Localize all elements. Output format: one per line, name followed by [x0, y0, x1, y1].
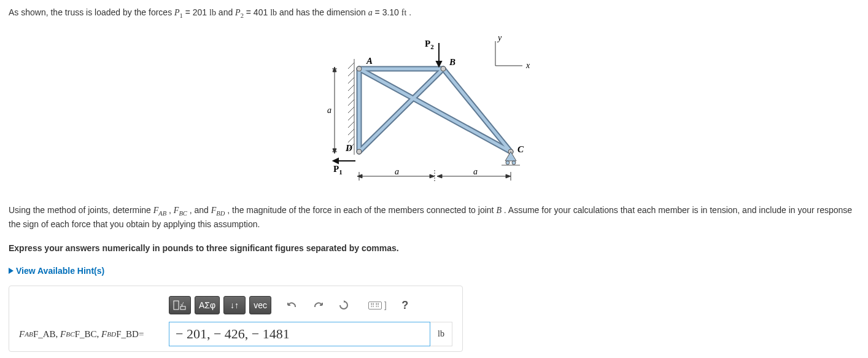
question-body: Using the method of joints, determine FA…	[9, 204, 859, 232]
view-hints-toggle[interactable]: View Available Hint(s)	[9, 266, 859, 276]
undo-button[interactable]	[281, 296, 303, 314]
redo-button[interactable]	[307, 296, 329, 314]
text: and has the dimension	[279, 7, 368, 17]
answer-input[interactable]: − 201, − 426, − 1481	[169, 322, 430, 346]
keyboard-button[interactable]: ⠿⠿ ]	[365, 296, 390, 314]
text: , and	[190, 205, 211, 215]
reset-button[interactable]	[333, 296, 355, 314]
svg-line-12	[348, 129, 354, 135]
svg-point-26	[441, 66, 446, 71]
svg-line-24	[443, 69, 511, 152]
label-c: C	[517, 144, 524, 154]
hints-label: View Available Hint(s)	[16, 266, 104, 276]
answer-region: √ ΑΣφ ↓↑ vec ⠿⠿ ] ? FABF_AB, F_AB, FBCF_…	[9, 286, 463, 352]
keyboard-icon: ⠿⠿	[368, 302, 382, 309]
svg-marker-34	[436, 61, 441, 66]
text: = 3.10	[375, 7, 401, 17]
label-d: D	[345, 143, 352, 153]
svg-marker-36	[333, 158, 338, 163]
sub-ab: AB	[158, 209, 166, 216]
svg-line-13	[348, 136, 354, 142]
svg-marker-47	[437, 174, 442, 178]
text: As shown, the truss is loaded by the for…	[9, 7, 174, 17]
var-p2: P	[235, 8, 241, 17]
svg-line-8	[348, 99, 354, 106]
svg-point-27	[357, 149, 362, 154]
label-p2: P2	[425, 39, 434, 50]
unit-ft: ft	[401, 8, 407, 17]
svg-line-7	[348, 92, 354, 98]
text: ,	[169, 205, 174, 215]
svg-point-30	[506, 161, 510, 165]
svg-point-31	[512, 161, 516, 165]
svg-marker-48	[506, 174, 511, 178]
instruction-bold: Express your answers numerically in poun…	[9, 242, 859, 255]
var-p1: P	[174, 8, 180, 17]
sub-bc: BC	[179, 209, 187, 216]
figure-container: y x	[9, 32, 859, 185]
label-p1: P1	[333, 164, 343, 176]
axis-x-label: x	[525, 61, 530, 70]
text: = 201	[185, 7, 209, 17]
var-a: a	[368, 8, 373, 17]
chevron-right-icon	[9, 268, 14, 274]
dim-a-v: a	[327, 106, 331, 115]
unit-lb: lb	[270, 8, 277, 17]
greek-button[interactable]: ΑΣφ	[195, 296, 220, 314]
reset-icon	[339, 300, 349, 310]
svg-line-10	[348, 114, 354, 120]
redo-icon	[312, 301, 324, 309]
var-b: B	[496, 206, 502, 215]
svg-rect-51	[174, 301, 179, 309]
text: .	[409, 7, 411, 17]
svg-marker-29	[505, 152, 516, 161]
text: Using the method of joints, determine	[9, 205, 153, 215]
help-button[interactable]: ?	[394, 296, 416, 314]
sort-button[interactable]: ↓↑	[223, 296, 246, 314]
dim-a-h2: a	[473, 167, 478, 176]
svg-line-22	[359, 69, 511, 152]
svg-line-6	[348, 85, 354, 91]
text: and	[219, 7, 235, 17]
svg-marker-38	[333, 67, 336, 72]
svg-marker-39	[333, 149, 336, 154]
template-icon: √	[173, 300, 187, 310]
svg-line-4	[348, 70, 354, 76]
sub-1: 1	[180, 12, 183, 19]
axis-y-label: y	[497, 33, 502, 42]
svg-line-11	[348, 122, 354, 128]
sub-bd: BD	[216, 209, 225, 216]
svg-line-9	[348, 107, 354, 113]
eq-toolbar: √ ΑΣφ ↓↑ vec ⠿⠿ ] ?	[169, 296, 452, 314]
vec-button[interactable]: vec	[249, 296, 271, 314]
svg-line-5	[348, 77, 354, 84]
templates-button[interactable]: √	[169, 296, 191, 314]
svg-line-3	[348, 63, 354, 69]
svg-point-25	[357, 66, 362, 71]
undo-icon	[287, 301, 298, 309]
svg-marker-43	[357, 174, 362, 178]
truss-figure: y x	[324, 32, 544, 185]
text: = 401	[246, 7, 270, 17]
text: , the magnitude of the force in each of …	[227, 205, 496, 215]
label-b: B	[449, 57, 455, 67]
dim-a-h1: a	[395, 167, 399, 176]
label-a: A	[366, 56, 373, 66]
answer-lhs: FABF_AB, F_AB, FBCF_BC, F_BC, FBDF_BDF_B…	[19, 322, 169, 346]
sub-2: 2	[241, 12, 244, 19]
unit-lb: lb	[209, 8, 216, 17]
problem-statement: As shown, the truss is loaded by the for…	[9, 6, 859, 21]
unit-label: lb	[430, 322, 452, 346]
svg-marker-44	[430, 174, 435, 178]
